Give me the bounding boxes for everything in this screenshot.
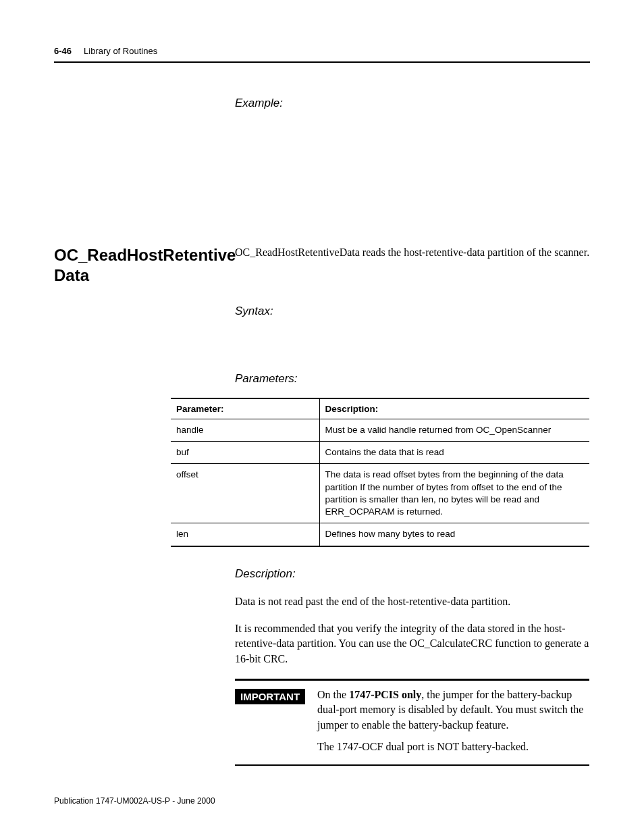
section-title: OC_ReadHostRetentive Data	[54, 245, 235, 286]
param-cell: len	[171, 523, 319, 546]
important-p1-bold: 1747-PCIS only	[349, 689, 421, 700]
table-row: len Defines how many bytes to read	[171, 523, 589, 546]
table-row: handle Must be a valid handle returned f…	[171, 419, 589, 442]
table-row: offset The data is read offset bytes fro…	[171, 464, 589, 523]
parameters-table: Parameter: Description: handle Must be a…	[171, 398, 589, 547]
desc-cell: The data is read offset bytes from the b…	[319, 464, 589, 523]
header-title: Library of Routines	[84, 46, 157, 56]
example-heading: Example:	[235, 97, 590, 110]
desc-cell: Defines how many bytes to read	[319, 523, 589, 546]
important-p1-prefix: On the	[317, 689, 349, 700]
footer: Publication 1747-UM002A-US-P - June 2000	[54, 796, 215, 806]
col-header-parameter: Parameter:	[171, 398, 319, 419]
important-text: On the 1747-PCIS only, the jumper for th…	[317, 687, 589, 755]
param-cell: handle	[171, 419, 319, 442]
parameters-heading: Parameters:	[235, 372, 590, 386]
important-badge: IMPORTANT	[235, 689, 305, 704]
param-cell: buf	[171, 442, 319, 464]
page-number: 6-46	[54, 46, 72, 56]
param-cell: offset	[171, 464, 319, 523]
description-paragraph: It is recommended that you verify the in…	[235, 621, 590, 667]
section-intro: OC_ReadHostRetentiveData reads the host-…	[235, 245, 590, 286]
page-header: 6-46 Library of Routines	[54, 46, 590, 56]
important-box: IMPORTANT On the 1747-PCIS only, the jum…	[235, 679, 589, 766]
desc-cell: Contains the data that is read	[319, 442, 589, 464]
col-header-description: Description:	[319, 398, 589, 419]
section-row: OC_ReadHostRetentive Data OC_ReadHostRet…	[54, 245, 590, 286]
table-row: buf Contains the data that is read	[171, 442, 589, 464]
important-p2: The 1747-OCF dual port is NOT battery-ba…	[317, 739, 589, 754]
desc-cell: Must be a valid handle returned from OC_…	[319, 419, 589, 442]
header-rule	[54, 61, 590, 63]
table-header-row: Parameter: Description:	[171, 398, 589, 419]
syntax-heading: Syntax:	[235, 305, 590, 318]
description-paragraph: Data is not read past the end of the hos…	[235, 594, 590, 609]
description-heading: Description:	[235, 567, 590, 581]
